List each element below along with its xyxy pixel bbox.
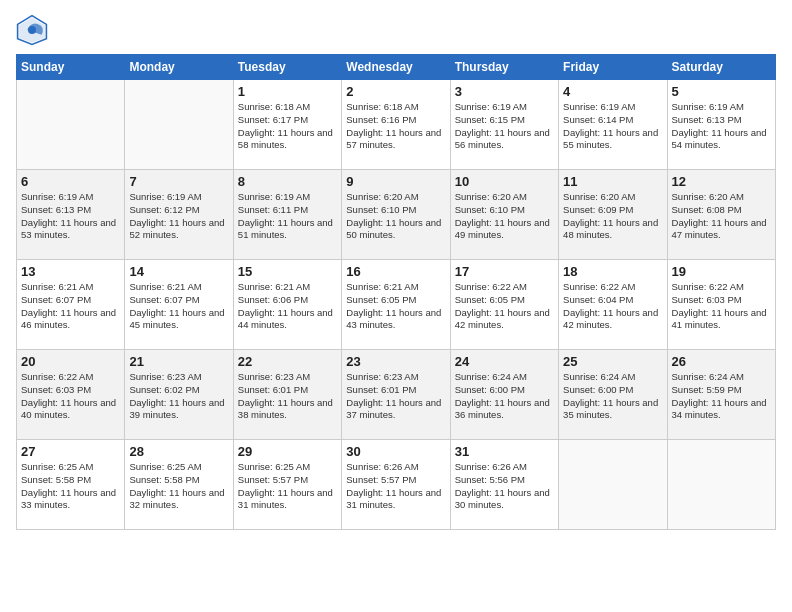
calendar-cell: 10Sunrise: 6:20 AM Sunset: 6:10 PM Dayli… <box>450 170 558 260</box>
day-info: Sunrise: 6:23 AM Sunset: 6:02 PM Dayligh… <box>129 371 228 422</box>
day-info: Sunrise: 6:19 AM Sunset: 6:12 PM Dayligh… <box>129 191 228 242</box>
day-number: 2 <box>346 84 445 99</box>
day-number: 14 <box>129 264 228 279</box>
week-row-3: 13Sunrise: 6:21 AM Sunset: 6:07 PM Dayli… <box>17 260 776 350</box>
day-number: 8 <box>238 174 337 189</box>
day-info: Sunrise: 6:18 AM Sunset: 6:16 PM Dayligh… <box>346 101 445 152</box>
day-number: 23 <box>346 354 445 369</box>
calendar-cell: 3Sunrise: 6:19 AM Sunset: 6:15 PM Daylig… <box>450 80 558 170</box>
day-info: Sunrise: 6:25 AM Sunset: 5:57 PM Dayligh… <box>238 461 337 512</box>
day-number: 26 <box>672 354 771 369</box>
weekday-header-sunday: Sunday <box>17 55 125 80</box>
day-number: 5 <box>672 84 771 99</box>
day-info: Sunrise: 6:24 AM Sunset: 6:00 PM Dayligh… <box>563 371 662 422</box>
calendar-cell: 27Sunrise: 6:25 AM Sunset: 5:58 PM Dayli… <box>17 440 125 530</box>
day-info: Sunrise: 6:20 AM Sunset: 6:10 PM Dayligh… <box>455 191 554 242</box>
calendar-cell: 22Sunrise: 6:23 AM Sunset: 6:01 PM Dayli… <box>233 350 341 440</box>
weekday-header-monday: Monday <box>125 55 233 80</box>
day-number: 25 <box>563 354 662 369</box>
calendar-cell: 9Sunrise: 6:20 AM Sunset: 6:10 PM Daylig… <box>342 170 450 260</box>
day-info: Sunrise: 6:24 AM Sunset: 6:00 PM Dayligh… <box>455 371 554 422</box>
page: SundayMondayTuesdayWednesdayThursdayFrid… <box>0 0 792 612</box>
calendar-cell: 2Sunrise: 6:18 AM Sunset: 6:16 PM Daylig… <box>342 80 450 170</box>
day-number: 24 <box>455 354 554 369</box>
day-info: Sunrise: 6:19 AM Sunset: 6:13 PM Dayligh… <box>672 101 771 152</box>
calendar-cell: 6Sunrise: 6:19 AM Sunset: 6:13 PM Daylig… <box>17 170 125 260</box>
day-number: 31 <box>455 444 554 459</box>
logo-icon <box>16 14 48 46</box>
calendar-table: SundayMondayTuesdayWednesdayThursdayFrid… <box>16 54 776 530</box>
calendar-cell <box>17 80 125 170</box>
calendar-cell: 30Sunrise: 6:26 AM Sunset: 5:57 PM Dayli… <box>342 440 450 530</box>
day-number: 9 <box>346 174 445 189</box>
day-number: 21 <box>129 354 228 369</box>
calendar-header: SundayMondayTuesdayWednesdayThursdayFrid… <box>17 55 776 80</box>
day-number: 12 <box>672 174 771 189</box>
calendar-cell: 15Sunrise: 6:21 AM Sunset: 6:06 PM Dayli… <box>233 260 341 350</box>
weekday-header-thursday: Thursday <box>450 55 558 80</box>
calendar-cell: 8Sunrise: 6:19 AM Sunset: 6:11 PM Daylig… <box>233 170 341 260</box>
logo <box>16 14 52 46</box>
day-info: Sunrise: 6:19 AM Sunset: 6:11 PM Dayligh… <box>238 191 337 242</box>
day-number: 20 <box>21 354 120 369</box>
calendar-cell <box>559 440 667 530</box>
calendar-cell: 24Sunrise: 6:24 AM Sunset: 6:00 PM Dayli… <box>450 350 558 440</box>
day-number: 1 <box>238 84 337 99</box>
day-number: 6 <box>21 174 120 189</box>
day-number: 18 <box>563 264 662 279</box>
day-info: Sunrise: 6:26 AM Sunset: 5:57 PM Dayligh… <box>346 461 445 512</box>
week-row-2: 6Sunrise: 6:19 AM Sunset: 6:13 PM Daylig… <box>17 170 776 260</box>
day-number: 28 <box>129 444 228 459</box>
day-info: Sunrise: 6:20 AM Sunset: 6:09 PM Dayligh… <box>563 191 662 242</box>
calendar-cell: 16Sunrise: 6:21 AM Sunset: 6:05 PM Dayli… <box>342 260 450 350</box>
day-info: Sunrise: 6:21 AM Sunset: 6:07 PM Dayligh… <box>129 281 228 332</box>
calendar-cell: 18Sunrise: 6:22 AM Sunset: 6:04 PM Dayli… <box>559 260 667 350</box>
calendar-cell: 28Sunrise: 6:25 AM Sunset: 5:58 PM Dayli… <box>125 440 233 530</box>
header <box>16 10 776 46</box>
week-row-1: 1Sunrise: 6:18 AM Sunset: 6:17 PM Daylig… <box>17 80 776 170</box>
day-info: Sunrise: 6:22 AM Sunset: 6:03 PM Dayligh… <box>21 371 120 422</box>
calendar-cell: 25Sunrise: 6:24 AM Sunset: 6:00 PM Dayli… <box>559 350 667 440</box>
day-info: Sunrise: 6:23 AM Sunset: 6:01 PM Dayligh… <box>346 371 445 422</box>
day-number: 17 <box>455 264 554 279</box>
week-row-5: 27Sunrise: 6:25 AM Sunset: 5:58 PM Dayli… <box>17 440 776 530</box>
calendar-cell: 4Sunrise: 6:19 AM Sunset: 6:14 PM Daylig… <box>559 80 667 170</box>
day-number: 22 <box>238 354 337 369</box>
day-info: Sunrise: 6:19 AM Sunset: 6:15 PM Dayligh… <box>455 101 554 152</box>
weekday-header-wednesday: Wednesday <box>342 55 450 80</box>
day-info: Sunrise: 6:25 AM Sunset: 5:58 PM Dayligh… <box>129 461 228 512</box>
day-info: Sunrise: 6:21 AM Sunset: 6:07 PM Dayligh… <box>21 281 120 332</box>
day-info: Sunrise: 6:24 AM Sunset: 5:59 PM Dayligh… <box>672 371 771 422</box>
day-info: Sunrise: 6:22 AM Sunset: 6:03 PM Dayligh… <box>672 281 771 332</box>
day-info: Sunrise: 6:21 AM Sunset: 6:06 PM Dayligh… <box>238 281 337 332</box>
calendar-cell: 19Sunrise: 6:22 AM Sunset: 6:03 PM Dayli… <box>667 260 775 350</box>
calendar-cell <box>667 440 775 530</box>
day-number: 15 <box>238 264 337 279</box>
day-number: 29 <box>238 444 337 459</box>
day-info: Sunrise: 6:20 AM Sunset: 6:08 PM Dayligh… <box>672 191 771 242</box>
day-info: Sunrise: 6:22 AM Sunset: 6:05 PM Dayligh… <box>455 281 554 332</box>
calendar-cell <box>125 80 233 170</box>
week-row-4: 20Sunrise: 6:22 AM Sunset: 6:03 PM Dayli… <box>17 350 776 440</box>
day-info: Sunrise: 6:18 AM Sunset: 6:17 PM Dayligh… <box>238 101 337 152</box>
day-info: Sunrise: 6:23 AM Sunset: 6:01 PM Dayligh… <box>238 371 337 422</box>
day-number: 3 <box>455 84 554 99</box>
day-info: Sunrise: 6:21 AM Sunset: 6:05 PM Dayligh… <box>346 281 445 332</box>
weekday-header-tuesday: Tuesday <box>233 55 341 80</box>
svg-point-2 <box>28 26 36 34</box>
day-number: 27 <box>21 444 120 459</box>
calendar-cell: 12Sunrise: 6:20 AM Sunset: 6:08 PM Dayli… <box>667 170 775 260</box>
day-info: Sunrise: 6:22 AM Sunset: 6:04 PM Dayligh… <box>563 281 662 332</box>
day-info: Sunrise: 6:19 AM Sunset: 6:14 PM Dayligh… <box>563 101 662 152</box>
day-number: 11 <box>563 174 662 189</box>
day-number: 4 <box>563 84 662 99</box>
day-info: Sunrise: 6:25 AM Sunset: 5:58 PM Dayligh… <box>21 461 120 512</box>
calendar-body: 1Sunrise: 6:18 AM Sunset: 6:17 PM Daylig… <box>17 80 776 530</box>
calendar-cell: 29Sunrise: 6:25 AM Sunset: 5:57 PM Dayli… <box>233 440 341 530</box>
calendar-cell: 26Sunrise: 6:24 AM Sunset: 5:59 PM Dayli… <box>667 350 775 440</box>
calendar-cell: 17Sunrise: 6:22 AM Sunset: 6:05 PM Dayli… <box>450 260 558 350</box>
calendar-cell: 21Sunrise: 6:23 AM Sunset: 6:02 PM Dayli… <box>125 350 233 440</box>
day-number: 10 <box>455 174 554 189</box>
weekday-header-friday: Friday <box>559 55 667 80</box>
day-info: Sunrise: 6:20 AM Sunset: 6:10 PM Dayligh… <box>346 191 445 242</box>
